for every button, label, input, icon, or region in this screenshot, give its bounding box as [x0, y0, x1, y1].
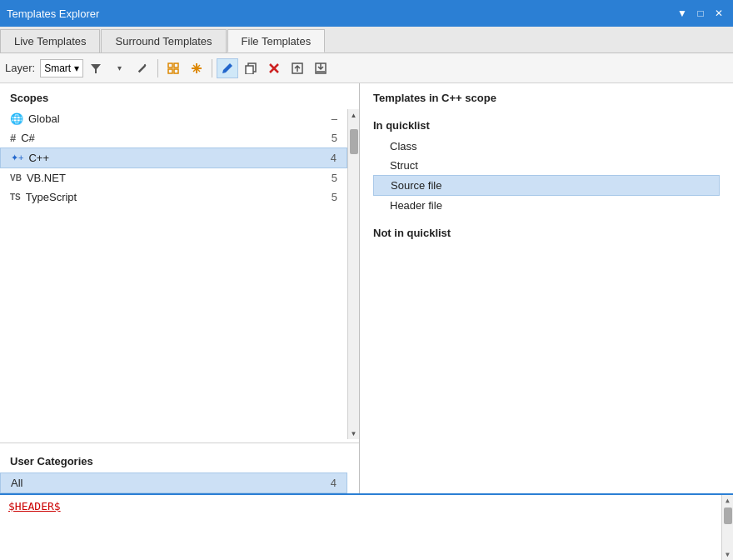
maximize-button[interactable]: □ — [693, 6, 708, 21]
editor-scroll-thumb[interactable] — [724, 508, 732, 524]
editor-content[interactable]: $HEADER$ ▲ ▼ — [0, 495, 733, 560]
app-title: Templates Explorer — [7, 8, 99, 20]
scrollbar-track — [348, 121, 359, 428]
svg-rect-2 — [174, 63, 178, 68]
template-item-class[interactable]: Class — [373, 137, 720, 156]
user-categories-title: User Categories — [0, 447, 359, 472]
layer-label: Layer: — [5, 62, 35, 74]
not-in-quicklist-label: Not in quicklist — [373, 227, 720, 239]
delete-button[interactable] — [263, 58, 285, 78]
scope-item-cpp[interactable]: ✦+ C++ 4 — [0, 148, 347, 168]
svg-marker-0 — [91, 64, 101, 73]
scroll-down-button[interactable]: ▼ — [348, 428, 360, 439]
editor-scroll-up[interactable]: ▲ — [724, 495, 731, 506]
pencil-icon — [222, 62, 233, 74]
global-icon: 🌐 — [10, 112, 23, 125]
in-quicklist-label: In quicklist — [373, 119, 720, 132]
close-button[interactable]: ✕ — [711, 6, 726, 21]
copy-icon — [245, 62, 257, 74]
wrench-icon — [137, 62, 148, 74]
editor-text: $HEADER$ — [8, 500, 61, 512]
svg-rect-10 — [246, 66, 253, 74]
svg-rect-4 — [174, 69, 178, 73]
edit-button[interactable] — [217, 58, 238, 78]
import-button[interactable] — [310, 58, 332, 78]
template-item-header-file[interactable]: Header file — [373, 196, 720, 215]
template-item-source-file[interactable]: Source file — [373, 175, 720, 196]
tab-surround-templates[interactable]: Surround Templates — [101, 29, 226, 52]
tab-bar: Live Templates Surround Templates File T… — [0, 27, 733, 53]
csharp-icon: # — [10, 132, 16, 144]
title-bar: Templates Explorer ▼ □ ✕ — [0, 0, 733, 27]
scrollbar-thumb[interactable] — [350, 129, 358, 154]
delete-icon — [268, 62, 280, 74]
cpp-icon: ✦+ — [11, 152, 23, 163]
settings-button[interactable] — [132, 58, 153, 78]
category-item-all[interactable]: All 4 — [0, 472, 347, 493]
tab-live-templates[interactable]: Live Templates — [0, 29, 100, 52]
editor-scrollbar[interactable]: ▲ ▼ — [721, 495, 733, 560]
minimize-button[interactable]: ▼ — [675, 6, 690, 21]
scopes-title: Scopes — [0, 83, 359, 109]
tab-file-templates[interactable]: File Templates — [227, 29, 326, 52]
grid-icon — [167, 62, 179, 74]
scope-item-global[interactable]: 🌐 Global – — [0, 109, 347, 128]
expand-button[interactable] — [186, 58, 207, 78]
import-icon — [315, 62, 327, 74]
section-divider — [0, 442, 359, 443]
editor-scroll-down[interactable]: ▼ — [724, 549, 731, 560]
layer-dropdown[interactable]: Smart ▾ — [40, 59, 83, 78]
scopes-container: 🌐 Global – # C# 5 ✦+ C++ 4 V — [0, 109, 359, 439]
scope-item-vbnet[interactable]: VB VB.NET 5 — [0, 168, 347, 188]
right-panel-title: Templates in C++ scope — [373, 92, 720, 104]
main-content: Scopes 🌐 Global – # C# 5 ✦+ C++ — [0, 83, 733, 493]
typescript-icon: TS — [10, 192, 21, 202]
scroll-up-button[interactable]: ▲ — [348, 109, 360, 121]
scope-item-csharp[interactable]: # C# 5 — [0, 128, 347, 148]
template-item-struct[interactable]: Struct — [373, 156, 720, 175]
export-icon — [292, 62, 303, 74]
filter-options-button[interactable]: ▾ — [108, 58, 130, 78]
editor-area: $HEADER$ ▲ ▼ — [0, 493, 733, 560]
asterisk-icon — [191, 62, 202, 74]
grid-button[interactable] — [162, 58, 184, 78]
toolbar: Layer: Smart ▾ ▾ — [0, 53, 733, 83]
filter-button[interactable] — [85, 58, 107, 78]
svg-rect-1 — [168, 63, 172, 68]
filter-icon — [90, 62, 102, 74]
scope-item-typescript[interactable]: TS TypeScript 5 — [0, 188, 347, 207]
scopes-scrollbar[interactable]: ▲ ▼ — [347, 109, 359, 439]
export-button[interactable] — [287, 58, 308, 78]
copy-button[interactable] — [240, 58, 262, 78]
right-panel: Templates in C++ scope In quicklist Clas… — [360, 83, 733, 493]
vbnet-icon: VB — [10, 173, 22, 182]
svg-rect-3 — [168, 69, 172, 73]
left-panel: Scopes 🌐 Global – # C# 5 ✦+ C++ — [0, 83, 360, 493]
